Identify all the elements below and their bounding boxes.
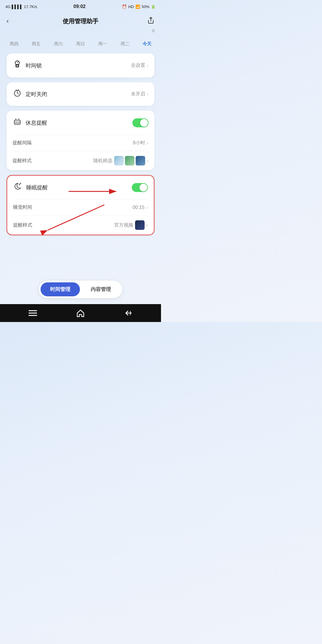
sleep-time-chevron: ›	[146, 205, 148, 210]
sleep-time-value: 00:15 ›	[133, 205, 148, 210]
rest-style-row[interactable]: 提醒样式 随机精选 ›	[7, 151, 154, 170]
svg-line-4	[17, 62, 18, 62]
sleep-style-chevron: ›	[146, 222, 148, 228]
sleep-reminder-left: 睡眠提醒	[13, 182, 48, 193]
alarm-icon: ⏰	[122, 4, 127, 9]
tab-monday[interactable]: 周一	[96, 40, 109, 48]
sleep-reminder-label: 睡眠提醒	[26, 184, 48, 191]
rest-style-chevron: ›	[147, 158, 148, 163]
sleep-thumbnails	[135, 220, 145, 230]
timed-shutdown-right: 未开启 ›	[131, 91, 148, 97]
sleep-card-wrapper: 睡眠提醒 睡觉时间 00:15 › 提醒样式 官方视频 ›	[7, 175, 154, 235]
header: ‹ 使用管理助手	[0, 13, 161, 30]
tab-thursday[interactable]: 周四	[8, 40, 20, 48]
sleep-style-label: 提醒样式	[13, 222, 32, 228]
svg-rect-11	[14, 120, 20, 124]
rest-interval-row[interactable]: 提醒间隔 8小时 ›	[7, 135, 154, 151]
time-lock-label: 时间锁	[26, 62, 42, 69]
status-right: ⏰ HD 📶 50% 🔋	[122, 4, 156, 9]
rest-reminder-card: 休息提醒 提醒间隔 8小时 › 提醒样式 随机精选 ›	[7, 111, 154, 170]
rest-style-value: 随机精选 ›	[93, 156, 148, 165]
time-lock-card: 时间锁 去设置 ›	[7, 53, 154, 78]
rest-reminder-row: 休息提醒	[7, 111, 154, 135]
rest-thumbnails	[114, 156, 145, 165]
timed-shutdown-icon	[13, 89, 22, 99]
rest-reminder-left: 休息提醒	[13, 117, 47, 128]
time-lock-icon	[13, 60, 22, 71]
svg-point-17	[18, 123, 19, 124]
tab-tuesday[interactable]: 周二	[119, 40, 131, 48]
time-lock-right: 去设置 ›	[131, 62, 148, 69]
rest-reminder-label: 休息提醒	[26, 119, 47, 126]
timed-shutdown-left: 定时关闭	[13, 89, 47, 99]
sleep-style-row[interactable]: 提醒样式 官方视频 ›	[7, 216, 154, 235]
signal-icon: ▌▌▌▌	[12, 4, 23, 9]
sleep-reminder-card: 睡眠提醒 睡觉时间 00:15 › 提醒样式 官方视频 ›	[7, 175, 154, 235]
sleep-style-value: 官方视频 ›	[114, 220, 148, 230]
timed-shutdown-label: 定时关闭	[26, 91, 47, 98]
day-tabs: 周四 周五 周六 周日 周一 周二 今天	[0, 37, 161, 53]
sleep-reminder-toggle[interactable]	[132, 183, 148, 192]
sleep-reminder-row: 睡眠提醒	[7, 176, 154, 199]
battery-icon: 🔋	[151, 4, 156, 9]
thumbnail-1	[114, 156, 124, 165]
time-lock-row[interactable]: 时间锁 去设置 ›	[7, 53, 154, 78]
home-icon[interactable]	[76, 309, 85, 317]
tab-today[interactable]: 今天	[141, 40, 153, 48]
thumbnail-video	[135, 220, 145, 230]
svg-point-16	[17, 123, 18, 124]
svg-rect-5	[16, 65, 18, 66]
share-button[interactable]	[146, 16, 156, 27]
sleep-reminder-icon	[13, 182, 23, 193]
page-title: 使用管理助手	[63, 17, 98, 25]
tab-saturday[interactable]: 周六	[52, 40, 65, 48]
speed-label: 17.7K/s	[24, 4, 37, 9]
back-button[interactable]: ‹	[5, 16, 10, 26]
timed-shutdown-chevron: ›	[147, 92, 148, 97]
sleep-time-row[interactable]: 睡觉时间 00:15 ›	[7, 199, 154, 215]
back-nav-icon[interactable]	[124, 309, 132, 317]
status-bar: 4G ▌▌▌▌ 17.7K/s 09:02 ⏰ HD 📶 50% 🔋	[0, 0, 161, 13]
svg-line-8	[17, 93, 19, 94]
nav-bar	[0, 304, 161, 322]
timed-shutdown-row[interactable]: 定时关闭 未开启 ›	[7, 82, 154, 106]
bottom-tabs-wrap: 时间管理 内容管理	[0, 240, 161, 304]
sleep-time-label: 睡觉时间	[13, 204, 32, 210]
hd-label: HD	[128, 4, 134, 9]
rest-interval-label: 提醒间隔	[13, 140, 32, 146]
tab-friday[interactable]: 周五	[30, 40, 42, 48]
network-label: 4G	[5, 4, 10, 9]
rest-interval-value: 8小时 ›	[133, 140, 148, 146]
svg-point-15	[16, 123, 16, 124]
rest-interval-chevron: ›	[147, 140, 148, 146]
thumbnail-3	[136, 156, 145, 165]
time-lock-chevron: ›	[147, 63, 148, 68]
tab-sunday[interactable]: 周日	[74, 40, 87, 48]
time-management-tab[interactable]: 时间管理	[41, 282, 80, 296]
wifi-icon: 📶	[135, 4, 140, 9]
timed-shutdown-card: 定时关闭 未开启 ›	[7, 82, 154, 106]
time-lock-left: 时间锁	[13, 60, 42, 71]
rest-reminder-toggle[interactable]	[132, 118, 148, 127]
menu-icon[interactable]	[29, 310, 37, 316]
rest-reminder-icon	[13, 117, 22, 128]
bottom-tabs-container: 时间管理 内容管理	[39, 281, 122, 298]
rest-style-label: 提醒样式	[13, 158, 32, 164]
thumbnail-2	[125, 156, 134, 165]
battery-label: 50%	[142, 4, 149, 9]
content-management-tab[interactable]: 内容管理	[81, 282, 120, 296]
time-display: 09:02	[73, 4, 86, 9]
status-left: 4G ▌▌▌▌ 17.7K/s	[5, 4, 37, 9]
